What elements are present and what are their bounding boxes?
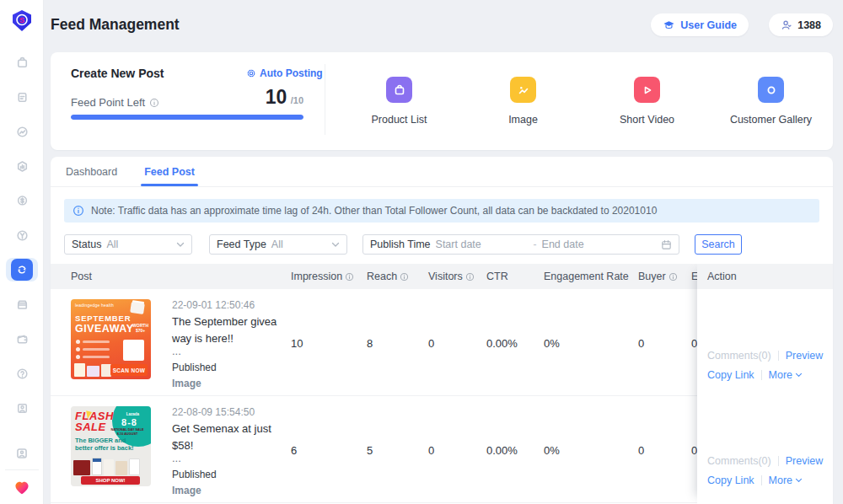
status-select[interactable]: Status All	[64, 234, 192, 255]
publish-time-label: Publish Time	[370, 239, 431, 250]
image-icon	[510, 77, 536, 103]
feed-point-progressbar	[71, 115, 303, 120]
tab-feed-post[interactable]: Feed Post	[142, 158, 196, 185]
post-type-label: Customer Gallery	[730, 114, 812, 126]
info-icon[interactable]	[400, 272, 409, 281]
more-link[interactable]: More	[769, 475, 803, 486]
sidebar-item-products[interactable]	[6, 51, 38, 74]
post-date: 22-08-09 15:54:50	[172, 406, 255, 418]
post-status: Published	[172, 469, 217, 480]
sidebar-divider	[5, 469, 39, 470]
note-banner: Note: Traffic data has an approximate ti…	[64, 199, 819, 223]
thumb-badge-subtext: NATIONAL DAY SALE8-10 AUGUST	[109, 428, 146, 437]
buyer-value: 0	[638, 337, 644, 350]
post-type-image[interactable]: Image	[461, 52, 585, 150]
sidebar-item-finance[interactable]	[6, 189, 38, 212]
preview-link[interactable]: Preview	[786, 350, 823, 362]
end-date-input[interactable]	[542, 239, 635, 250]
impression-value: 10	[291, 337, 303, 350]
action-divider	[778, 456, 779, 466]
chevron-down-icon	[795, 373, 803, 378]
impression-value: 6	[291, 444, 297, 457]
info-icon[interactable]	[465, 272, 475, 281]
status-label: Status	[72, 239, 101, 250]
feed-card: Dashboard Feed Post Note: Traffic data h…	[51, 157, 833, 504]
sidebar-item-marketing[interactable]	[6, 120, 38, 143]
post-type-list: Product List Image Short Video Customer …	[337, 52, 833, 150]
thumb-headline: SEPTEMBER	[75, 314, 131, 323]
info-icon[interactable]	[668, 272, 678, 281]
col-reach: Reach	[367, 264, 409, 289]
start-date-input[interactable]	[436, 239, 529, 250]
info-icon	[72, 205, 84, 217]
feed-point-progress-fill	[71, 115, 303, 120]
engagement-rate-value: 0%	[544, 337, 560, 350]
person-icon	[781, 19, 792, 31]
reach-value: 5	[367, 444, 373, 457]
search-button[interactable]: Search	[695, 234, 742, 255]
create-new-post-card: Create New Post Auto Posting Feed Point …	[51, 52, 833, 150]
row-actions: Comments(0) Preview Copy Link More	[707, 350, 833, 389]
person-card-icon	[15, 401, 30, 416]
person-badge-icon	[14, 446, 30, 461]
auto-posting-link[interactable]: Auto Posting	[246, 67, 323, 79]
question-icon	[15, 367, 30, 381]
trend-icon	[15, 125, 30, 139]
comments-link: Comments(0)	[707, 455, 771, 467]
more-link[interactable]: More	[769, 369, 803, 381]
col-post: Post	[71, 264, 92, 289]
post-type-customer-gallery[interactable]: Customer Gallery	[709, 52, 833, 150]
sidebar-item-orders[interactable]	[6, 85, 38, 109]
product-list-icon	[386, 77, 412, 103]
thumb-tagline: The BIGGER andbetter offer is back!	[75, 437, 134, 452]
post-status: Published	[172, 362, 217, 373]
col-visitors: Visitors	[428, 264, 475, 289]
sidebar-item-growth[interactable]	[6, 223, 38, 247]
post-type-short-video[interactable]: Short Video	[585, 52, 709, 150]
col-ctr: CTR	[486, 264, 508, 289]
sidebar-item-store[interactable]	[6, 292, 38, 316]
seller-center-logo-icon[interactable]: S	[8, 7, 36, 35]
status-value: All	[106, 239, 118, 250]
visitors-value: 0	[428, 444, 434, 457]
thumb-headline: GIVEAWAY	[75, 323, 134, 335]
lazada-logo-icon	[0, 479, 44, 504]
copy-link-link[interactable]: Copy Link	[707, 475, 754, 486]
sidebar-item-account[interactable]	[6, 396, 38, 420]
sidebar-item-analytics[interactable]	[6, 154, 38, 178]
sidebar-nav	[0, 51, 44, 420]
post-type-label: Short Video	[620, 114, 674, 126]
wallet-icon	[15, 332, 30, 346]
follower-count-button[interactable]: 1388	[769, 13, 833, 36]
sidebar-item-wallet[interactable]	[6, 327, 38, 351]
calendar-icon[interactable]	[661, 239, 672, 250]
engagement-rate-value: 0%	[544, 444, 560, 457]
preview-link[interactable]: Preview	[786, 455, 823, 467]
sidebar-item-feed[interactable]	[6, 258, 38, 281]
create-post-title: Create New Post	[71, 67, 164, 80]
sidebar: S	[0, 0, 44, 504]
products-graphic	[73, 458, 140, 475]
camera-ring-icon	[758, 77, 784, 103]
post-title-line1: Get Semenax at just	[172, 422, 271, 435]
feed-icon	[11, 259, 33, 281]
info-icon[interactable]	[345, 272, 354, 281]
tab-bar: Dashboard Feed Post	[51, 157, 833, 187]
post-ellipsis: ...	[172, 452, 181, 464]
tab-dashboard[interactable]: Dashboard	[64, 158, 119, 185]
post-thumbnail[interactable]: leadingedge health SEPTEMBER GIVEAWAY WO…	[71, 299, 151, 379]
sidebar-item-profile[interactable]	[0, 446, 44, 469]
visitors-value: 0	[428, 337, 434, 350]
post-thumbnail[interactable]: Lazada 8-8 NATIONAL DAY SALE8-10 AUGUST …	[71, 406, 151, 486]
thumb-worth-text: WORTH$70+	[132, 323, 148, 333]
copy-link-link[interactable]: Copy Link	[707, 369, 754, 381]
user-guide-button[interactable]: User Guide	[651, 13, 749, 36]
action-divider	[778, 351, 779, 361]
feed-type-select[interactable]: Feed Type All	[209, 234, 347, 255]
chevron-down-icon	[176, 242, 185, 248]
user-guide-label: User Guide	[680, 19, 737, 31]
feed-type-value: All	[271, 239, 283, 250]
graduation-cap-icon	[663, 19, 675, 30]
post-type-product-list[interactable]: Product List	[337, 52, 461, 150]
sidebar-item-help[interactable]	[6, 362, 38, 385]
